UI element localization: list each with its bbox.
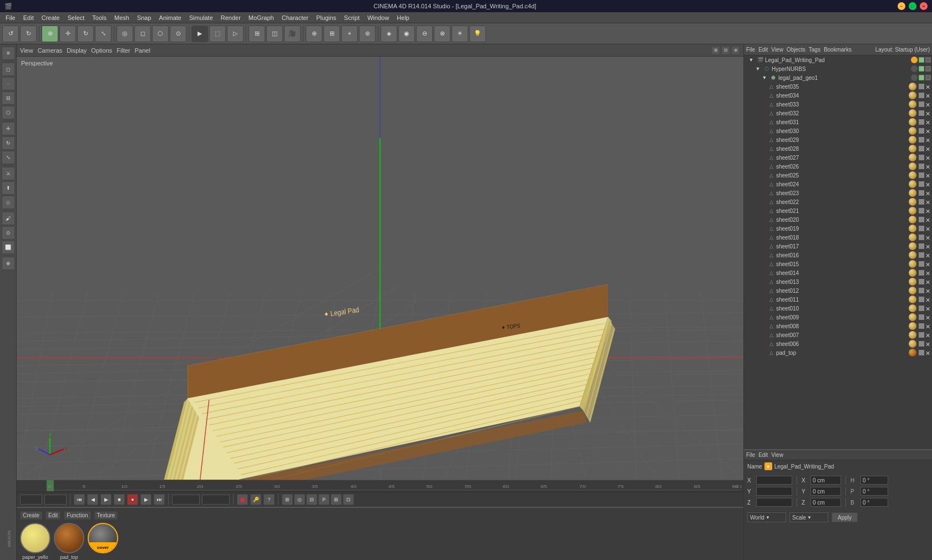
mat-texture[interactable]: Texture — [94, 511, 118, 520]
z-pos-input[interactable]: 0 cm — [756, 498, 792, 507]
sheet035-sphere[interactable] — [909, 83, 916, 90]
tree-sheet014[interactable]: △ sheet014 ✕ — [744, 268, 932, 277]
s034-dot[interactable] — [919, 93, 924, 98]
s020-dot[interactable] — [919, 217, 924, 222]
s017-dot[interactable] — [919, 243, 924, 249]
menu-simulate[interactable]: Simulate — [186, 13, 216, 22]
record-mode-button[interactable]: ⬤ — [237, 494, 248, 505]
s028-sphere[interactable] — [909, 145, 916, 152]
menu-mograph[interactable]: MoGraph — [245, 13, 277, 22]
camera-button[interactable]: 🎥 — [284, 26, 301, 42]
timeline-ruler[interactable]: 0 5 10 15 20 25 30 35 40 45 50 55 60 65 — [47, 480, 741, 491]
tool4-button[interactable]: ⊗ — [434, 26, 450, 42]
tool1-button[interactable]: ◈ — [381, 26, 397, 42]
s006-sphere[interactable] — [909, 340, 916, 348]
tree-sheet007[interactable]: △ sheet007 ✕ — [744, 330, 932, 339]
tree-item-root[interactable]: ▼ 🎬 Legal_Pad_Writing_Pad ✕ — [744, 55, 932, 64]
tree-sheet018[interactable]: △ sheet018 ✕ — [744, 233, 932, 242]
poly-mode-side[interactable]: ⬡ — [2, 106, 15, 119]
tree-item-geo1[interactable]: ▼ ⬟ legal_pad_geo1 ✕ — [744, 73, 932, 82]
s018-sphere[interactable] — [909, 233, 916, 241]
geo1-check[interactable] — [919, 75, 924, 80]
s011-dot[interactable] — [919, 297, 924, 302]
key-all-button[interactable]: ? — [264, 494, 275, 505]
vp-btn-1[interactable]: ⊞ — [711, 46, 720, 55]
undo-button[interactable]: ↺ — [2, 26, 19, 42]
s009-sphere[interactable] — [909, 313, 916, 321]
s030-dot[interactable] — [919, 128, 924, 134]
s028-dot[interactable] — [919, 146, 924, 151]
timeline-btn-3[interactable]: ⊟ — [306, 494, 317, 505]
tree-sheet009[interactable]: △ sheet009 ✕ — [744, 313, 932, 322]
s030-sphere[interactable] — [909, 127, 916, 135]
s031-sphere[interactable] — [909, 118, 916, 126]
object-tree[interactable]: ▼ 🎬 Legal_Pad_Writing_Pad ✕ ▼ ⬡ HyperNUR… — [744, 55, 932, 449]
s014-dot[interactable] — [919, 270, 924, 276]
menu-render[interactable]: Render — [217, 13, 244, 22]
tool6-button[interactable]: 💡 — [469, 26, 486, 42]
material-pad-top[interactable]: pad_top — [54, 523, 84, 560]
menu-snap[interactable]: Snap — [134, 13, 155, 22]
right-file[interactable]: File — [746, 47, 755, 53]
mat-edit[interactable]: Edit — [45, 511, 60, 520]
axis-button[interactable]: ⊛ — [359, 26, 376, 42]
select-tool-button[interactable]: ⊕ — [42, 26, 58, 42]
tree-sheet030[interactable]: △ sheet030 ✕ — [744, 126, 932, 135]
menu-window[interactable]: Window — [364, 13, 392, 22]
object-mode-button[interactable]: ◎ — [116, 26, 133, 42]
timeline-btn-1[interactable]: ⊞ — [282, 494, 293, 505]
record-button[interactable]: ● — [127, 494, 138, 505]
tree-sheet020[interactable]: △ sheet020 ✕ — [744, 215, 932, 224]
timeline-btn-2[interactable]: ◎ — [294, 494, 305, 505]
s027-sphere[interactable] — [909, 154, 916, 161]
s032-sphere[interactable] — [909, 109, 916, 117]
pad-top-dot[interactable] — [919, 350, 924, 355]
vp-btn-2[interactable]: ⊟ — [721, 46, 730, 55]
tree-sheet035[interactable]: △ sheet035 ✕ — [744, 82, 932, 91]
s008-sphere[interactable] — [909, 322, 916, 330]
s015-dot[interactable] — [919, 261, 924, 267]
menu-select[interactable]: Select — [64, 13, 88, 22]
stop-button[interactable]: ■ — [114, 494, 125, 505]
s007-dot[interactable] — [919, 332, 924, 338]
s012-sphere[interactable] — [909, 287, 916, 294]
material-cover[interactable]: cover — [88, 523, 118, 560]
minimize-button[interactable]: − — [898, 2, 905, 10]
s027-dot[interactable] — [919, 155, 924, 160]
boole-side[interactable]: ⊕ — [2, 257, 15, 270]
right-view[interactable]: View — [771, 47, 783, 53]
menu-create[interactable]: Create — [38, 13, 63, 22]
s024-sphere[interactable] — [909, 180, 916, 188]
s009-dot[interactable] — [919, 314, 924, 320]
menu-script[interactable]: Script — [341, 13, 363, 22]
mat-create[interactable]: Create — [20, 511, 42, 520]
points-mode-side[interactable]: ∙ — [2, 77, 15, 90]
s013-dot[interactable] — [919, 279, 924, 284]
s014-sphere[interactable] — [909, 269, 916, 277]
apply-button[interactable]: Apply — [832, 512, 858, 522]
render-region-button[interactable]: ⬚ — [209, 26, 226, 42]
s032-dot[interactable] — [919, 110, 924, 116]
point-mode-button[interactable]: ⊙ — [170, 26, 186, 42]
s024-dot[interactable] — [919, 181, 924, 187]
render-preview-button[interactable]: ▷ — [227, 26, 244, 42]
tool5-button[interactable]: ☀ — [452, 26, 468, 42]
s023-sphere[interactable] — [909, 189, 916, 197]
s015-sphere[interactable] — [909, 260, 916, 268]
s022-sphere[interactable] — [909, 198, 916, 206]
right-objects[interactable]: Objects — [787, 47, 806, 53]
s025-sphere[interactable] — [909, 171, 916, 179]
tree-sheet012[interactable]: △ sheet012 ✕ — [744, 286, 932, 295]
tree-sheet032[interactable]: △ sheet032 ✕ — [744, 109, 932, 118]
edge-mode-button[interactable]: ⬡ — [152, 26, 169, 42]
rotate-tool-button[interactable]: ↻ — [77, 26, 94, 42]
tree-sheet015[interactable]: △ sheet015 ✕ — [744, 259, 932, 268]
panel-menu[interactable]: Panel — [135, 47, 150, 54]
paper-yellow-swatch[interactable] — [20, 523, 50, 553]
viewport-config-button[interactable]: ⊞ — [249, 26, 265, 42]
snap-button[interactable]: ⊕ — [306, 26, 322, 42]
vp-btn-3[interactable]: ⊗ — [731, 46, 740, 55]
paint-side[interactable]: ⬜ — [2, 241, 15, 254]
root-check[interactable] — [919, 57, 924, 63]
s012-dot[interactable] — [919, 288, 924, 293]
